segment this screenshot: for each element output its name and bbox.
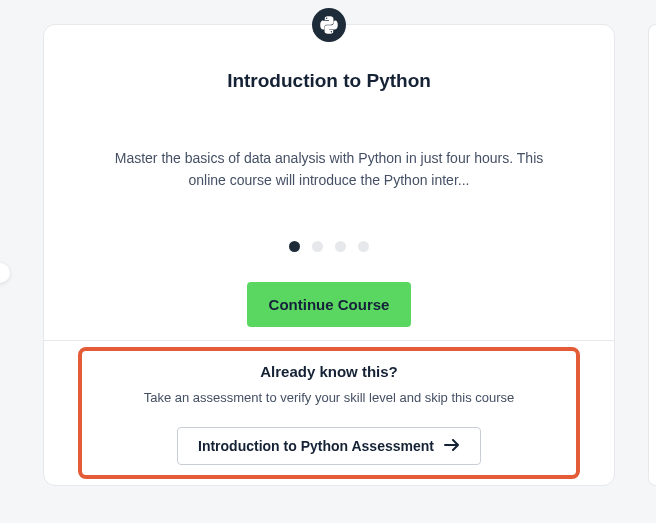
course-title: Introduction to Python <box>227 70 431 92</box>
assessment-heading: Already know this? <box>68 363 590 380</box>
carousel-dot-1[interactable] <box>289 241 300 252</box>
assessment-button-label: Introduction to Python Assessment <box>198 438 434 454</box>
course-card: Introduction to Python Master the basics… <box>43 24 615 486</box>
assessment-button[interactable]: Introduction to Python Assessment <box>177 427 481 465</box>
course-card-top: Introduction to Python Master the basics… <box>44 25 614 340</box>
assessment-section: Already know this? Take an assessment to… <box>44 340 614 485</box>
carousel-dots <box>289 241 369 252</box>
next-card-sliver[interactable] <box>648 24 656 486</box>
carousel-dot-3[interactable] <box>335 241 346 252</box>
assessment-button-wrap: Introduction to Python Assessment <box>68 427 590 465</box>
python-icon <box>312 8 346 42</box>
python-logo-svg <box>319 15 339 35</box>
carousel-dot-4[interactable] <box>358 241 369 252</box>
course-description: Master the basics of data analysis with … <box>99 148 559 191</box>
arrow-right-icon <box>444 438 460 454</box>
continue-course-button[interactable]: Continue Course <box>247 282 412 327</box>
carousel-dot-2[interactable] <box>312 241 323 252</box>
assessment-subtext: Take an assessment to verify your skill … <box>68 390 590 405</box>
